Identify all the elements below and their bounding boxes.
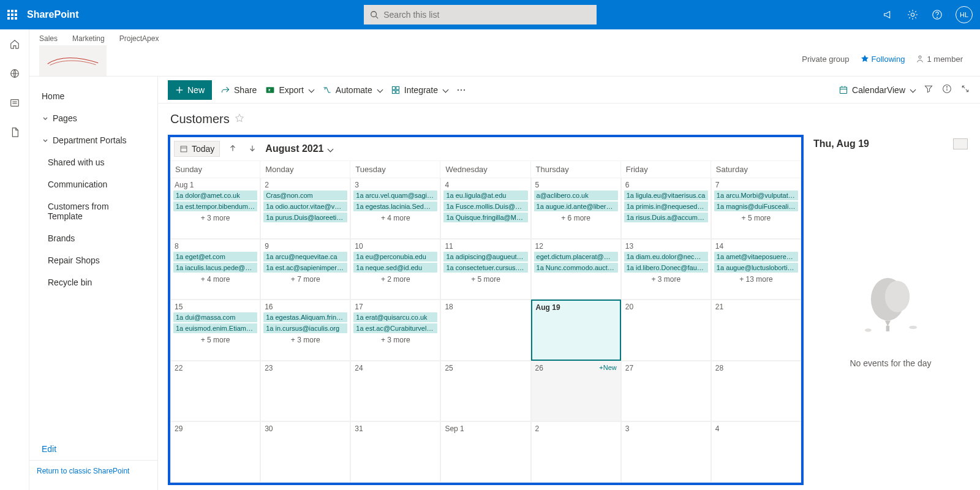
today-button[interactable]: Today bbox=[174, 141, 220, 157]
calendar-cell[interactable]: 81a eget@et.com1a iaculis.lacus.pede@ult… bbox=[170, 239, 260, 300]
calendar-cell[interactable]: 61a ligula.eu@vitaerisus.ca1a primis.in@… bbox=[621, 178, 711, 239]
site-tab[interactable]: Sales bbox=[39, 34, 58, 43]
automate-button[interactable]: Automate bbox=[322, 85, 382, 95]
nav-item[interactable]: Department Portals bbox=[29, 129, 157, 151]
calendar-cell[interactable]: 5a@aclibero.co.uk1a augue.id.ante@libero… bbox=[531, 178, 621, 239]
calendar-cell[interactable]: 25 bbox=[440, 361, 530, 422]
nav-item[interactable]: Customers from Template bbox=[29, 195, 157, 227]
calendar-event[interactable]: 1a id.libero.Donec@fauci… bbox=[624, 263, 708, 273]
calendar-event[interactable]: 1a Quisque.fringilla@Mor… bbox=[443, 213, 527, 222]
export-button[interactable]: Export bbox=[265, 85, 313, 95]
more-events[interactable]: + 3 more bbox=[263, 334, 347, 344]
calendar-event[interactable]: 1a amet@vitaeposuereat… bbox=[714, 252, 798, 262]
calendar-cell[interactable]: 131a diam.eu.dolor@necme…1a id.libero.Do… bbox=[621, 239, 711, 300]
new-button[interactable]: New bbox=[168, 80, 212, 100]
home-icon[interactable] bbox=[5, 34, 24, 54]
calendar-event[interactable]: a@aclibero.co.uk bbox=[534, 190, 618, 200]
calendar-event[interactable]: 1a arcu.Morbi@vulputate… bbox=[714, 190, 798, 200]
view-selector[interactable]: CalendarView bbox=[839, 85, 915, 95]
calendar-event[interactable]: 1a Nunc.commodo.auctor… bbox=[534, 263, 618, 273]
calendar-cell[interactable]: 21 bbox=[711, 300, 801, 361]
prev-month-button[interactable] bbox=[226, 141, 239, 157]
calendar-event[interactable]: 1a adipiscing@augueut.ca bbox=[443, 252, 527, 262]
calendar-cell[interactable]: 12eget.dictum.placerat@ma…1a Nunc.commod… bbox=[531, 239, 621, 300]
calendar-cell[interactable]: 151a dui@massa.com1a euismod.enim.Etiam@… bbox=[170, 300, 260, 361]
calendar-event[interactable]: 1a augue.id.ante@libero… bbox=[534, 202, 618, 211]
calendar-cell[interactable]: 4 bbox=[711, 421, 801, 483]
gear-icon[interactable] bbox=[907, 9, 919, 21]
calendar-event[interactable]: 1a egestas.Aliquam.fringil… bbox=[263, 312, 347, 322]
globe-icon[interactable] bbox=[5, 64, 24, 83]
calendar-event[interactable]: 1a dolor@amet.co.uk bbox=[173, 190, 257, 200]
megaphone-icon[interactable] bbox=[882, 9, 894, 21]
nav-item[interactable]: Communication bbox=[29, 173, 157, 195]
calendar-event[interactable]: 1a magnis@duiFuscealiqu… bbox=[714, 202, 798, 211]
calendar-cell[interactable]: 20 bbox=[621, 300, 711, 361]
nav-item[interactable]: Brands bbox=[29, 227, 157, 249]
calendar-cell[interactable]: 30 bbox=[260, 421, 350, 483]
calendar-cell[interactable]: 31 bbox=[350, 421, 440, 483]
app-launcher-icon[interactable] bbox=[7, 10, 17, 20]
nav-item[interactable]: Shared with us bbox=[29, 151, 157, 173]
calendar-event[interactable]: 1a arcu.vel.quam@sagitti… bbox=[353, 190, 437, 200]
month-selector[interactable]: August 2021 bbox=[265, 143, 332, 154]
calendar-cell[interactable]: 141a amet@vitaeposuereat…1a augue@luctus… bbox=[711, 239, 801, 300]
calendar-event[interactable]: 1a est.tempor.bibendum… bbox=[173, 202, 257, 211]
site-tab[interactable]: ProjectApex bbox=[119, 34, 159, 43]
calendar-event[interactable]: 1a primis.in@nequesed.org bbox=[624, 202, 708, 211]
site-tab[interactable]: Marketing bbox=[72, 34, 105, 43]
help-icon[interactable] bbox=[931, 9, 943, 21]
calendar-event[interactable]: 1a est.ac@Curabiturvel.co… bbox=[353, 323, 437, 333]
follow-button[interactable]: Following bbox=[861, 55, 905, 64]
calendar-cell[interactable]: 24 bbox=[350, 361, 440, 422]
calendar-cell[interactable]: Aug 11a dolor@amet.co.uk1a est.tempor.bi… bbox=[170, 178, 260, 239]
integrate-button[interactable]: Integrate bbox=[391, 85, 448, 95]
more-events[interactable]: + 4 more bbox=[173, 274, 257, 284]
nav-item[interactable]: Recycle bin bbox=[29, 271, 157, 293]
calendar-cell[interactable]: 18 bbox=[440, 300, 530, 361]
calendar-event[interactable]: eget.dictum.placerat@ma… bbox=[534, 252, 618, 262]
calendar-cell[interactable]: 171a erat@quisarcu.co.uk1a est.ac@Curabi… bbox=[350, 300, 440, 361]
calendar-cell[interactable]: 22 bbox=[170, 361, 260, 422]
calendar-event[interactable]: 1a eu@perconubia.edu bbox=[353, 252, 437, 262]
calendar-event[interactable]: 1a ligula.eu@vitaerisus.ca bbox=[624, 190, 708, 200]
add-new-inline[interactable]: +New bbox=[599, 364, 616, 371]
calendar-cell[interactable]: 41a eu.ligula@at.edu1a Fusce.mollis.Duis… bbox=[440, 178, 530, 239]
calendar-event[interactable]: 1a arcu@nequevitae.ca bbox=[263, 252, 347, 262]
calendar-event[interactable]: 1a egestas.lacinia.Sed@ve… bbox=[353, 202, 437, 211]
more-events[interactable]: + 5 more bbox=[714, 213, 798, 222]
calendar-event[interactable]: 1a consectetuer.cursus.et… bbox=[443, 263, 527, 273]
calendar-event[interactable]: 1a risus.Duis.a@accumsa… bbox=[624, 213, 708, 222]
members-button[interactable]: 1 member bbox=[916, 55, 963, 64]
expand-button[interactable] bbox=[960, 84, 970, 96]
calendar-cell[interactable]: 111a adipiscing@augueut.ca1a consectetue… bbox=[440, 239, 530, 300]
nav-item[interactable]: Repair Shops bbox=[29, 249, 157, 271]
more-events[interactable]: + 13 more bbox=[714, 274, 798, 284]
more-events[interactable]: + 4 more bbox=[353, 213, 437, 222]
more-events[interactable]: + 5 more bbox=[443, 274, 527, 284]
more-events[interactable]: + 3 more bbox=[353, 334, 437, 344]
more-events[interactable]: + 5 more bbox=[173, 334, 257, 344]
more-events[interactable]: + 3 more bbox=[624, 274, 708, 284]
calendar-cell[interactable]: 31a arcu.vel.quam@sagitti…1a egestas.lac… bbox=[350, 178, 440, 239]
calendar-cell[interactable]: 3 bbox=[621, 421, 711, 483]
calendar-cell[interactable]: Aug 19 bbox=[531, 300, 621, 361]
more-events[interactable]: + 2 more bbox=[353, 274, 437, 284]
calendar-event[interactable]: Cras@non.com bbox=[263, 190, 347, 200]
search-box[interactable] bbox=[364, 5, 597, 24]
panel-toggle[interactable] bbox=[953, 138, 968, 149]
next-month-button[interactable] bbox=[246, 141, 259, 157]
nav-edit[interactable]: Edit bbox=[29, 438, 157, 460]
calendar-event[interactable]: 1a euismod.enim.Etiam@… bbox=[173, 323, 257, 333]
overflow-button[interactable] bbox=[456, 85, 466, 95]
calendar-cell[interactable]: 26+New bbox=[531, 361, 621, 422]
info-button[interactable] bbox=[942, 84, 952, 96]
favorite-button[interactable] bbox=[235, 113, 244, 125]
calendar-event[interactable]: 1a iaculis.lacus.pede@ultr… bbox=[173, 263, 257, 273]
calendar-event[interactable]: 1a diam.eu.dolor@necme… bbox=[624, 252, 708, 262]
share-button[interactable]: Share bbox=[221, 85, 257, 95]
avatar[interactable]: HL bbox=[956, 6, 973, 23]
return-classic-link[interactable]: Return to classic SharePoint bbox=[29, 460, 157, 481]
calendar-event[interactable]: 1a eu.ligula@at.edu bbox=[443, 190, 527, 200]
calendar-event[interactable]: 1a Fusce.mollis.Duis@orci… bbox=[443, 202, 527, 211]
